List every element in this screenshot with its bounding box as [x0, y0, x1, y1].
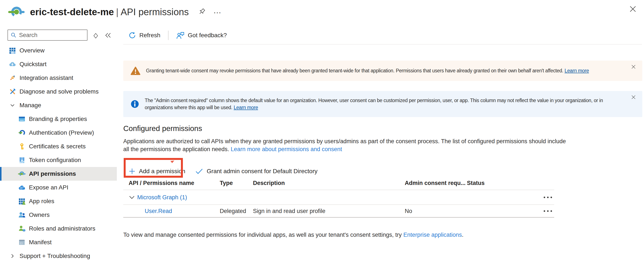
add-permission-button[interactable]: Add a permission — [129, 168, 185, 175]
svg-text:{ }: { } — [20, 242, 22, 245]
sidebar-search-box[interactable] — [8, 29, 88, 41]
sidebar-item-token-configuration[interactable]: Token configuration — [0, 153, 123, 167]
sidebar-item-label: Roles and administrators — [29, 225, 96, 232]
warning-banner: Granting tenant-wide consent may revoke … — [123, 61, 642, 81]
key-icon — [18, 143, 26, 150]
svg-text:www: www — [20, 119, 24, 121]
menu-switcher-button[interactable] — [93, 32, 98, 39]
section-title: Configured permissions — [123, 124, 202, 133]
sidebar-nav: Overview Quickstart — [0, 44, 123, 263]
sidebar-item-api-permissions[interactable]: API permissions — [0, 167, 117, 181]
feedback-label: Got feedback? — [188, 32, 227, 39]
sidebar-item-expose-api[interactable]: Expose an API — [0, 181, 123, 194]
permission-description-cell: Sign in and read user profile — [253, 208, 326, 214]
diamond-icon — [93, 32, 98, 39]
column-header-name: API / Permissions name — [129, 180, 194, 186]
section-description: Applications are authorized to call APIs… — [123, 137, 570, 153]
manifest-icon: { } — [18, 239, 26, 246]
column-header-description: Description — [253, 180, 285, 186]
close-blade-button[interactable] — [629, 5, 637, 13]
pin-icon — [198, 8, 206, 16]
sidebar-item-label: Expose an API — [29, 184, 68, 191]
info-banner-close-button[interactable] — [631, 94, 636, 100]
sidebar-item-certificates[interactable]: Certificates & secrets — [0, 139, 123, 153]
sidebar-item-label: Overview — [20, 47, 44, 54]
sidebar-item-label: Manifest — [29, 239, 52, 246]
sidebar-item-diagnose[interactable]: Diagnose and solve problems — [0, 85, 123, 99]
overview-grid-icon — [8, 47, 16, 54]
column-header-admin-consent: Admin consent requ... — [405, 180, 466, 186]
chevron-down-icon — [8, 103, 16, 108]
sidebar-item-integration-assistant[interactable]: Integration assistant — [0, 71, 123, 85]
sidebar-item-label: Quickstart — [20, 61, 46, 68]
enterprise-applications-link[interactable]: Enterprise applications — [403, 232, 462, 238]
grant-admin-consent-button[interactable]: Grant admin consent for Default Director… — [195, 168, 318, 175]
grant-admin-consent-label: Grant admin consent for Default Director… — [207, 168, 318, 175]
sliders-icon — [18, 156, 26, 164]
table-row-permission: User.Read Delegated Sign in and read use… — [123, 205, 554, 217]
api-permissions-icon — [18, 171, 26, 177]
sidebar-item-quickstart[interactable]: Quickstart — [0, 57, 123, 71]
sidebar-item-branding[interactable]: www Branding & properties — [0, 112, 123, 126]
refresh-button[interactable]: Refresh — [129, 32, 160, 39]
role-admin-icon — [18, 225, 26, 232]
warning-banner-close-button[interactable] — [631, 64, 636, 70]
warning-learn-more-link[interactable]: Learn more — [565, 68, 589, 73]
close-icon — [631, 64, 636, 70]
title-separator: | — [116, 7, 118, 17]
sidebar-item-authentication[interactable]: Authentication (Preview) — [0, 126, 123, 139]
sidebar-item-app-roles[interactable]: App roles — [0, 194, 123, 208]
sidebar-group-manage[interactable]: Manage — [0, 99, 123, 112]
warning-triangle-icon — [130, 66, 140, 75]
collapse-menu-button[interactable] — [104, 32, 112, 38]
expand-collapse-chevron[interactable] — [129, 195, 135, 200]
sidebar-item-label: Token configuration — [29, 157, 81, 163]
info-learn-more-link[interactable]: Learn more — [234, 105, 258, 110]
browser-www-icon: www — [18, 115, 26, 123]
info-banner: The "Admin consent required" column show… — [123, 91, 642, 117]
search-icon — [10, 32, 16, 38]
sidebar-item-label: API permissions — [29, 170, 76, 177]
sidebar-item-label: Certificates & secrets — [29, 143, 86, 150]
sidebar-item-manifest[interactable]: { } Manifest — [0, 236, 123, 249]
sidebar-item-label: Authentication (Preview) — [29, 129, 94, 136]
app-name: eric-test-delete-me — [30, 7, 114, 17]
tools-icon — [8, 88, 16, 95]
sidebar-item-roles-admins[interactable]: Roles and administrators — [0, 222, 123, 236]
add-permission-label: Add a permission — [139, 168, 185, 175]
info-banner-text: The "Admin consent required" column show… — [145, 97, 635, 111]
permissions-consent-link[interactable]: Learn more about permissions and consent — [231, 146, 342, 152]
permission-admin-consent-cell: No — [405, 208, 412, 214]
ellipsis-icon: … — [213, 6, 222, 15]
permission-name-link[interactable]: User.Read — [145, 208, 172, 214]
pin-button[interactable] — [198, 8, 206, 16]
sidebar-item-owners[interactable]: Owners — [0, 208, 123, 222]
chevron-right-icon — [8, 253, 16, 259]
api-group-link[interactable]: Microsoft Graph (1) — [137, 194, 187, 201]
sidebar-group-support[interactable]: Support + Troubleshooting — [0, 249, 123, 263]
page-header: eric-test-delete-me|API permissions … — [0, 0, 644, 24]
quickstart-cloud-icon — [8, 61, 16, 68]
sidebar-group-label: Manage — [20, 102, 41, 109]
more-commands-button[interactable]: … — [213, 8, 222, 16]
permission-type-cell: Delegated — [220, 208, 246, 214]
feedback-button[interactable]: Got feedback? — [176, 31, 227, 39]
footer-note: To view and manage consented permissions… — [123, 232, 464, 238]
toolbar-separator — [168, 31, 168, 40]
warning-banner-text: Granting tenant-wide consent may revoke … — [146, 67, 589, 74]
permissions-actions: Add a permission Grant admin consent for… — [129, 164, 318, 178]
row-more-options-button[interactable] — [544, 210, 552, 212]
people-icon — [18, 211, 26, 219]
toolbar-divider — [123, 44, 642, 44]
row-more-options-button[interactable] — [544, 196, 552, 198]
authentication-icon — [18, 129, 26, 136]
feedback-icon — [176, 31, 184, 39]
sidebar-item-overview[interactable]: Overview — [0, 44, 123, 57]
cloud-gear-icon — [18, 184, 26, 191]
search-input[interactable] — [19, 32, 84, 38]
chevrons-left-icon — [104, 32, 112, 38]
plus-icon — [129, 168, 136, 175]
info-icon — [130, 100, 139, 108]
check-icon — [195, 168, 203, 175]
sidebar-item-label: Owners — [29, 212, 50, 218]
